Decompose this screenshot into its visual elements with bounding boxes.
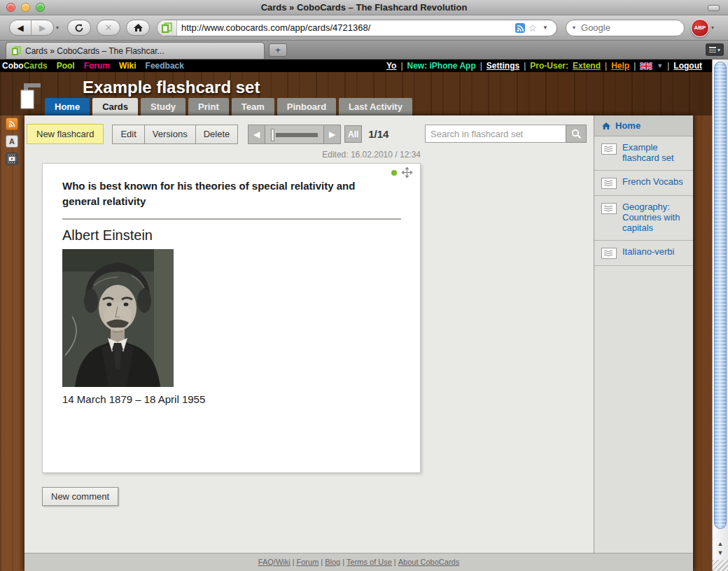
tab-pinboard[interactable]: Pinboard [277, 98, 336, 115]
scrollbar-arrows: ▲ ▼ [713, 536, 728, 560]
search-engine-caret[interactable]: ▾ [573, 24, 575, 31]
delete-button[interactable]: Delete [196, 125, 239, 144]
cobocards-logo [15, 82, 43, 111]
uk-flag-icon[interactable] [640, 62, 652, 70]
back-button[interactable]: ◀ [10, 20, 31, 35]
tab-cards[interactable]: Cards [92, 98, 138, 115]
nav-wiki-link[interactable]: Wiki [119, 61, 136, 71]
sidebar-item-label: Geography: Countries with capitals [622, 202, 690, 234]
footer-link-terms[interactable]: Terms of Use [346, 558, 392, 566]
nav-forum-link[interactable]: Forum [84, 61, 110, 71]
toolbar-collapse-widget[interactable] [708, 5, 720, 11]
help-link[interactable]: Help [611, 61, 629, 71]
url-dropdown-caret[interactable]: ▼ [542, 24, 548, 31]
tab-print[interactable]: Print [188, 98, 229, 115]
site-topnav: CoboCards Pool Forum Wiki Feedback Yo | … [0, 59, 712, 72]
nav-feedback-link[interactable]: Feedback [146, 61, 184, 71]
vertical-scrollbar[interactable]: ▲ ▼ [712, 59, 728, 571]
page-header: Example flashcard set Home Cards Study P… [0, 72, 728, 115]
url-input[interactable] [177, 22, 515, 33]
browser-window: Cards » CoboCards – The Flashcard Revolu… [0, 0, 728, 571]
set-search-input[interactable] [425, 125, 566, 143]
new-flashcard-button[interactable]: New flashcard [27, 124, 104, 144]
answer-title: Albert Einstein [62, 227, 420, 244]
section-tabs: Home Cards Study Print Team Pinboard Las… [45, 98, 412, 115]
versions-button[interactable]: Versions [145, 125, 196, 144]
pro-user-label: Pro-User: [530, 61, 568, 71]
footer-link-forum[interactable]: Forum [297, 558, 319, 566]
logout-link[interactable]: Logout [673, 61, 702, 71]
rss-feed-icon[interactable] [515, 23, 525, 33]
page-footer: FAQ/Wiki|Forum|Blog|Terms of Use|About C… [24, 553, 693, 571]
question-divider [62, 218, 401, 220]
slider-handle[interactable] [271, 129, 274, 141]
flashcard-toolbar: New flashcard Edit Versions Delete ◀ ▶ A… [24, 115, 594, 145]
previous-card-button[interactable]: ◀ [248, 125, 265, 144]
flashcard-set-icon [601, 248, 617, 259]
language-caret[interactable]: ▼ [657, 62, 663, 69]
settings-link[interactable]: Settings [486, 61, 519, 71]
tab-title: Cards » CoboCards – The Flashcar... [25, 46, 164, 56]
rss-icon[interactable] [6, 118, 18, 130]
history-dropdown-caret[interactable]: ▾ [56, 24, 59, 31]
video-icon[interactable] [6, 153, 18, 165]
tab-last-activity[interactable]: Last Activity [339, 98, 412, 115]
separator: | [400, 61, 402, 71]
sidebar-item-label: Italiano-verbi [622, 247, 674, 259]
move-card-icon[interactable] [402, 167, 412, 178]
scrollbar-thumb[interactable] [714, 62, 727, 529]
show-all-button[interactable]: All [344, 125, 362, 143]
scroll-up-button[interactable]: ▲ [718, 540, 724, 547]
iphone-app-link[interactable]: New: iPhone App [407, 61, 476, 71]
tab-study[interactable]: Study [141, 98, 186, 115]
user-link[interactable]: Yo [386, 61, 396, 71]
tab-home[interactable]: Home [45, 98, 90, 115]
separator: | [394, 558, 396, 566]
separator: | [634, 61, 636, 71]
sidebar-item-geography[interactable]: Geography: Countries with capitals [594, 196, 693, 241]
rss-waves-icon [8, 120, 16, 128]
new-comment-button[interactable]: New comment [42, 487, 118, 506]
nav-pool-link[interactable]: Pool [57, 61, 75, 71]
sidebar-item-example-set[interactable]: Example flashcard set [594, 136, 693, 171]
flashcard-set-icon [601, 178, 617, 189]
extend-link[interactable]: Extend [573, 61, 601, 71]
scroll-down-button[interactable]: ▼ [718, 549, 724, 556]
brand-link[interactable]: CoboCards [2, 61, 48, 71]
sidebar-item-italiano-verbi[interactable]: Italiano-verbi [594, 241, 693, 266]
adblock-plus-button[interactable]: ABP [691, 19, 709, 37]
site-identity-box[interactable] [158, 20, 177, 36]
browser-tab-active[interactable]: Cards » CoboCards – The Flashcar... [6, 42, 265, 59]
history-nav-group: ◀ ▶ [9, 20, 54, 36]
sidebar-item-french-vocabs[interactable]: French Vocabs [594, 171, 693, 196]
bookmark-star-icon[interactable]: ☆ [528, 22, 538, 34]
home-button[interactable] [126, 20, 150, 36]
list-all-tabs-button[interactable]: ▾ [706, 43, 724, 56]
separator: | [667, 61, 669, 71]
abp-caret[interactable]: ▾ [711, 24, 714, 31]
window-titlebar: Cards » CoboCards – The Flashcard Revolu… [0, 0, 728, 15]
browser-search-box: ▾ [566, 20, 685, 36]
sidebar-home-link[interactable]: Home [594, 115, 693, 136]
next-card-button[interactable]: ▶ [323, 125, 341, 144]
window-resize-grip[interactable] [713, 560, 728, 571]
filmstrip-icon [7, 155, 17, 163]
stop-button[interactable]: ✕ [97, 20, 120, 36]
footer-link-faq-wiki[interactable]: FAQ/Wiki [258, 558, 290, 566]
forward-button[interactable]: ▶ [31, 20, 53, 35]
footer-link-blog[interactable]: Blog [325, 558, 340, 566]
browser-search-input[interactable] [578, 22, 707, 33]
new-tab-button[interactable]: + [269, 43, 287, 57]
card-position-slider[interactable] [265, 125, 323, 144]
edit-button[interactable]: Edit [112, 125, 144, 144]
sidebar-item-label: Example flashcard set [622, 143, 690, 164]
reload-button[interactable] [67, 20, 91, 36]
reload-icon [74, 23, 84, 33]
footer-link-about[interactable]: About CoboCards [398, 558, 459, 566]
sidebar-item-label: French Vocabs [622, 177, 683, 189]
tab-team[interactable]: Team [232, 98, 274, 115]
set-search-button[interactable] [566, 125, 587, 143]
einstein-photo [62, 249, 174, 387]
text-size-icon[interactable]: A [6, 135, 18, 148]
flashcard-set-icon [601, 203, 617, 214]
